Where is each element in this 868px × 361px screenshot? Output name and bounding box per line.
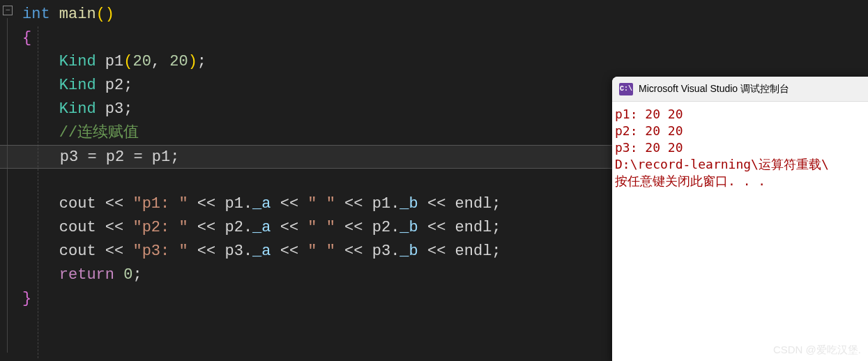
var-p3: p3 bbox=[105, 100, 123, 118]
editor-gutter: − bbox=[0, 0, 15, 361]
dot: . bbox=[390, 219, 399, 236]
keyword-return: return bbox=[59, 266, 114, 284]
open-brace: { bbox=[22, 29, 31, 47]
endl: endl bbox=[455, 195, 492, 213]
fold-vertical-line bbox=[7, 18, 8, 353]
var-p2: p2 bbox=[224, 219, 243, 236]
var-p3: p3 bbox=[372, 243, 390, 260]
endl: endl bbox=[455, 219, 492, 236]
semi: ; bbox=[123, 100, 132, 118]
comment: //连续赋值 bbox=[59, 124, 139, 141]
console-line-6: 按任意键关闭此窗口. . . bbox=[615, 173, 865, 190]
semi: ; bbox=[132, 266, 142, 284]
op-assign: = bbox=[78, 148, 106, 166]
op-stream: << bbox=[271, 219, 307, 236]
var-p1: p1 bbox=[152, 148, 170, 166]
num-20a: 20 bbox=[132, 53, 151, 70]
cout: cout bbox=[59, 219, 96, 236]
op-stream: << bbox=[418, 219, 455, 236]
var-p3: p3 bbox=[224, 243, 243, 260]
type-kind: Kind bbox=[59, 77, 96, 94]
num-20b: 20 bbox=[169, 53, 188, 70]
var-p3: p3 bbox=[60, 148, 78, 166]
str-p1: "p1: " bbox=[132, 195, 188, 213]
member-b: _b bbox=[399, 243, 418, 260]
console-line-2: p2: 20 20 bbox=[615, 123, 865, 139]
dot: . bbox=[243, 219, 252, 236]
dot: . bbox=[243, 195, 252, 213]
str-p3: "p3: " bbox=[132, 243, 188, 260]
op-stream: << bbox=[188, 243, 225, 260]
code-line-3[interactable]: Kind p1(20, 20); bbox=[15, 50, 868, 74]
str-space: " " bbox=[307, 195, 335, 213]
op-stream: << bbox=[271, 243, 307, 260]
dot: . bbox=[243, 243, 252, 260]
comma: , bbox=[151, 53, 169, 70]
member-a: _a bbox=[252, 243, 271, 260]
console-app-icon: C:\ bbox=[619, 83, 633, 95]
op-stream: << bbox=[418, 195, 455, 213]
str-p2: "p2: " bbox=[132, 219, 188, 236]
fold-collapse-icon[interactable]: − bbox=[3, 6, 13, 15]
var-p1: p1 bbox=[224, 195, 243, 213]
var-p2: p2 bbox=[372, 219, 390, 236]
op-stream: << bbox=[335, 243, 372, 260]
member-b: _b bbox=[399, 195, 418, 213]
str-space: " " bbox=[307, 219, 335, 236]
op-stream: << bbox=[335, 219, 372, 236]
member-b: _b bbox=[399, 219, 418, 236]
dot: . bbox=[390, 195, 399, 213]
console-line-5: D:\record-learning\运算符重载\ bbox=[615, 156, 865, 173]
endl: endl bbox=[455, 243, 492, 260]
console-title: Microsoft Visual Studio 调试控制台 bbox=[639, 83, 789, 95]
func-main: main bbox=[59, 6, 96, 23]
op-stream: << bbox=[96, 243, 133, 260]
code-line-7-highlighted[interactable]: p3 = p2 = p1; bbox=[0, 145, 620, 169]
num-zero: 0 bbox=[123, 266, 132, 284]
str-space: " " bbox=[307, 243, 335, 260]
console-output[interactable]: p1: 20 20 p2: 20 20 p3: 20 20 D:\record-… bbox=[612, 102, 868, 194]
watermark: CSDN @爱吃汉堡. bbox=[773, 344, 861, 357]
console-line-3: p3: 20 20 bbox=[615, 139, 865, 156]
rparen: ) bbox=[188, 53, 197, 70]
op-stream: << bbox=[96, 219, 133, 236]
op-stream: << bbox=[335, 195, 372, 213]
semi: ; bbox=[170, 148, 179, 166]
semi: ; bbox=[197, 53, 206, 70]
console-line-1: p1: 20 20 bbox=[615, 106, 865, 123]
member-a: _a bbox=[252, 219, 271, 236]
cout: cout bbox=[59, 195, 96, 213]
op-assign: = bbox=[124, 148, 152, 166]
var-p1: p1 bbox=[372, 195, 390, 213]
console-titlebar[interactable]: C:\ Microsoft Visual Studio 调试控制台 bbox=[612, 77, 868, 102]
op-stream: << bbox=[188, 219, 225, 236]
debug-console-window[interactable]: C:\ Microsoft Visual Studio 调试控制台 p1: 20… bbox=[612, 77, 868, 361]
op-stream: << bbox=[271, 195, 307, 213]
op-stream: << bbox=[188, 195, 225, 213]
type-kind: Kind bbox=[59, 100, 96, 118]
dot: . bbox=[390, 243, 399, 260]
code-line-2[interactable]: { bbox=[15, 26, 868, 50]
var-p1: p1 bbox=[105, 53, 123, 70]
member-a: _a bbox=[252, 195, 271, 213]
semi: ; bbox=[123, 77, 132, 94]
op-stream: << bbox=[96, 195, 133, 213]
semi: ; bbox=[492, 195, 501, 213]
semi: ; bbox=[492, 243, 501, 260]
var-p2: p2 bbox=[105, 77, 123, 94]
type-kind: Kind bbox=[59, 53, 96, 70]
keyword-int: int bbox=[22, 6, 50, 23]
lparen: ( bbox=[123, 53, 132, 70]
var-p2: p2 bbox=[106, 148, 124, 166]
close-brace: } bbox=[22, 290, 31, 307]
lparen: ( bbox=[96, 6, 105, 23]
op-stream: << bbox=[418, 243, 455, 260]
cout: cout bbox=[59, 243, 96, 260]
rparen: ) bbox=[105, 6, 114, 23]
semi: ; bbox=[492, 219, 501, 236]
code-line-1[interactable]: int main() bbox=[15, 3, 868, 26]
